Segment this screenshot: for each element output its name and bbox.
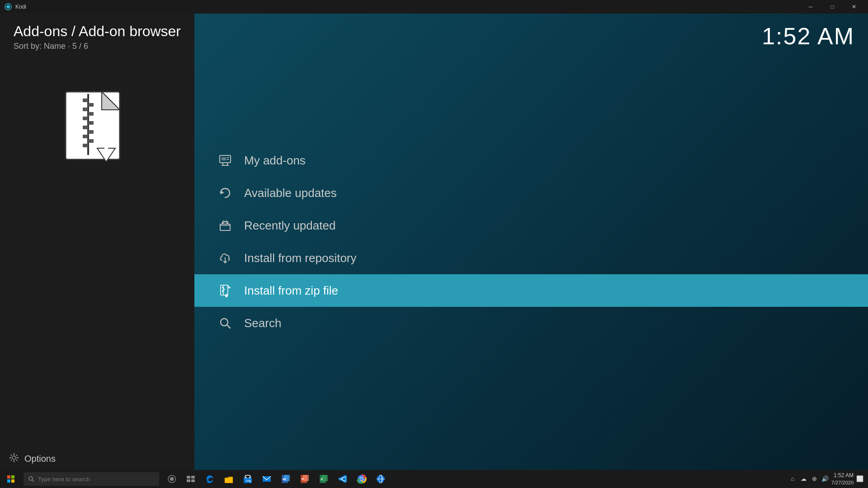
svg-rect-52 [191, 476, 195, 479]
svg-rect-38 [222, 291, 223, 292]
svg-rect-11 [83, 117, 88, 120]
mail-icon[interactable] [258, 470, 276, 488]
monitor-icon [217, 152, 233, 169]
options-label: Options [24, 454, 56, 464]
page-title: Add-ons / Add-on browser [14, 23, 181, 40]
svg-text:W: W [283, 477, 286, 481]
left-panel: Add-ons / Add-on browser Sort by: Name ·… [0, 14, 194, 470]
page-subtitle: Sort by: Name · 5 / 6 [14, 42, 181, 51]
search-input[interactable] [38, 476, 155, 483]
menu-item-install-from-repo[interactable]: Install from repository [194, 242, 868, 274]
powerpoint-icon[interactable]: P [296, 470, 314, 488]
svg-marker-30 [223, 261, 227, 263]
menu-item-search[interactable]: Search [194, 307, 868, 339]
taskbar-clock[interactable]: 1:52 AM 7/27/2020 [831, 472, 854, 486]
svg-rect-10 [88, 112, 94, 116]
svg-rect-28 [220, 224, 230, 230]
box-icon [217, 217, 233, 234]
svg-rect-44 [11, 475, 14, 479]
svg-line-48 [32, 480, 34, 482]
word-icon[interactable]: W [277, 470, 295, 488]
svg-marker-40 [225, 296, 228, 297]
cortana-icon[interactable] [163, 470, 181, 488]
notification-badge[interactable]: ⬜ [855, 474, 864, 483]
volume-icon[interactable]: 🔊 [821, 474, 830, 483]
taskbar-apps: bag W P [163, 470, 390, 488]
zip-install-icon [52, 83, 142, 175]
svg-rect-26 [227, 159, 229, 160]
svg-rect-9 [83, 108, 88, 111]
svg-rect-36 [222, 287, 223, 288]
start-button[interactable] [0, 470, 22, 488]
svg-rect-16 [88, 139, 94, 143]
svg-point-57 [245, 477, 247, 479]
taskbar-time: 1:52 AM [831, 472, 854, 479]
excel-icon[interactable]: X [315, 470, 333, 488]
right-panel: 1:52 AM My add-ons [194, 14, 868, 470]
svg-marker-27 [221, 191, 224, 194]
menu-label-my-addons: My add-ons [244, 154, 306, 168]
svg-text:bag: bag [246, 479, 251, 483]
taskbar-search[interactable] [24, 472, 159, 486]
store-icon[interactable]: bag [239, 470, 257, 488]
browser-icon[interactable] [372, 470, 390, 488]
page-header: Add-ons / Add-on browser Sort by: Name ·… [0, 14, 194, 56]
menu-label-available-updates: Available updates [244, 186, 337, 200]
svg-rect-55 [225, 478, 233, 483]
gear-icon [9, 453, 19, 465]
menu-label-install-from-repo: Install from repository [244, 251, 357, 265]
svg-rect-24 [222, 157, 226, 160]
svg-marker-32 [228, 285, 231, 288]
search-icon [217, 315, 233, 331]
titlebar: Kodi ─ □ ✕ [0, 0, 868, 14]
svg-rect-15 [83, 135, 88, 138]
svg-rect-8 [88, 103, 94, 107]
kodi-icon [4, 2, 13, 11]
titlebar-controls: ─ □ ✕ [800, 0, 864, 14]
menu-label-recently-updated: Recently updated [244, 219, 335, 233]
menu-label-install-from-zip: Install from zip file [244, 284, 338, 298]
svg-rect-53 [187, 479, 190, 482]
minimize-button[interactable]: ─ [800, 0, 821, 14]
close-button[interactable]: ✕ [844, 0, 864, 14]
menu-label-search: Search [244, 316, 281, 330]
svg-rect-46 [11, 479, 14, 483]
svg-rect-51 [187, 476, 190, 479]
edge-icon[interactable] [201, 470, 219, 488]
svg-line-42 [227, 325, 230, 328]
network-icon[interactable]: ⊕ [810, 474, 819, 483]
titlebar-title: Kodi [15, 4, 800, 10]
svg-rect-12 [88, 121, 94, 125]
taskbar: bag W P [0, 470, 868, 488]
svg-rect-43 [7, 475, 10, 479]
svg-rect-37 [223, 289, 225, 290]
addon-icon-area [0, 56, 194, 184]
file-explorer-icon[interactable] [220, 470, 238, 488]
cloud-icon: ☁ [799, 474, 808, 483]
clock: 1:52 AM [762, 23, 854, 50]
svg-marker-1 [6, 5, 10, 9]
svg-rect-13 [83, 126, 88, 129]
menu-list: My add-ons Available updates [194, 144, 868, 339]
task-view-icon[interactable] [182, 470, 200, 488]
taskbar-date: 7/27/2020 [831, 479, 854, 486]
notification-icon[interactable]: ⌂ [788, 474, 797, 483]
vscode-icon[interactable] [334, 470, 352, 488]
menu-item-available-updates[interactable]: Available updates [194, 177, 868, 209]
menu-item-my-addons[interactable]: My add-ons [194, 144, 868, 177]
main-content: Add-ons / Add-on browser Sort by: Name ·… [0, 14, 868, 470]
svg-rect-25 [227, 157, 229, 158]
chrome-icon[interactable] [353, 470, 371, 488]
svg-rect-14 [88, 130, 94, 134]
zip-file-icon [217, 282, 233, 299]
menu-item-recently-updated[interactable]: Recently updated [194, 209, 868, 242]
options-bar[interactable]: Options [0, 447, 194, 470]
svg-text:X: X [321, 477, 323, 481]
svg-point-72 [360, 478, 363, 480]
svg-point-50 [170, 477, 174, 481]
maximize-button[interactable]: □ [822, 0, 843, 14]
svg-point-58 [249, 477, 250, 479]
menu-item-install-from-zip[interactable]: Install from zip file [194, 274, 868, 307]
svg-rect-45 [7, 479, 10, 483]
svg-rect-17 [83, 144, 88, 147]
